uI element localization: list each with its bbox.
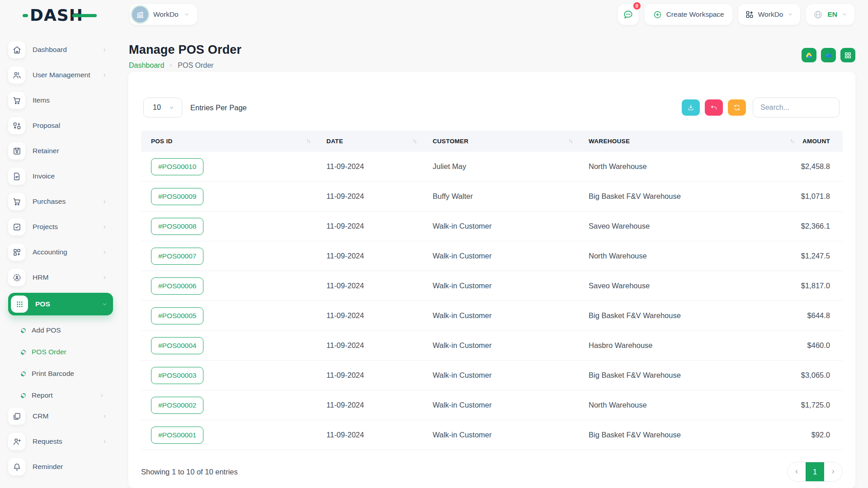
pos-id-link[interactable]: #POS00010 — [151, 158, 203, 175]
pagination-next-button[interactable] — [824, 462, 842, 481]
refresh-button[interactable] — [728, 99, 746, 116]
sidebar-item-hrm[interactable]: HRM — [8, 267, 113, 287]
pos-id-cell: #POS00005 — [141, 307, 316, 324]
workspace-menu-button[interactable]: WorkDo — [738, 4, 801, 25]
order-amount: $460.0 — [800, 341, 843, 350]
pagination-prev-button[interactable] — [788, 462, 806, 481]
pos-id-cell: #POS00007 — [141, 248, 316, 265]
sidebar-item-retainer[interactable]: Retainer — [8, 141, 113, 161]
chevron-right-icon — [102, 249, 108, 255]
sidebar-item-label: Invoice — [33, 172, 108, 180]
sidebar-item-label: POS — [35, 300, 102, 308]
order-amount: $92.0 — [800, 431, 843, 439]
order-date: 11-09-2024 — [316, 311, 423, 320]
pos-id-cell: #POS00004 — [141, 337, 316, 354]
pos-id-cell: #POS00003 — [141, 367, 316, 384]
workspace-switcher[interactable]: WorkDo — [130, 4, 197, 25]
sidebar-item-items[interactable]: Items — [8, 90, 113, 110]
sidebar-subitem-pos-order[interactable]: POS Order — [8, 341, 113, 363]
hrm-icon — [8, 269, 25, 286]
sidebar-subitem-add-pos[interactable]: Add POS — [8, 319, 113, 341]
pos-id-cell: #POS00008 — [141, 218, 316, 235]
customer-name: Walk-in Customer — [423, 401, 579, 409]
sidebar-subitem-label: Add POS — [32, 326, 106, 334]
breadcrumb-pos-order: POS Order — [178, 61, 213, 70]
sidebar-item-label: CRM — [33, 412, 102, 420]
column-header-amount[interactable]: AMOUNT — [800, 131, 843, 152]
pos-id-link[interactable]: #POS00004 — [151, 337, 203, 354]
sidebar-nav: DashboardUser ManagementItemsProposalRet… — [0, 29, 118, 488]
pos-id-link[interactable]: #POS00006 — [151, 277, 203, 295]
messages-button[interactable]: 0 — [618, 4, 639, 25]
bell-icon — [8, 458, 25, 475]
create-workspace-button[interactable]: Create Workspace — [645, 4, 732, 25]
sidebar-subitem-print-barcode[interactable]: Print Barcode — [8, 363, 113, 385]
pos-id-link[interactable]: #POS00003 — [151, 367, 203, 384]
chat-icon — [623, 9, 634, 20]
column-header-pos-id[interactable]: POS ID — [141, 131, 316, 152]
column-header-customer[interactable]: CUSTOMER — [423, 131, 579, 152]
sidebar-item-dashboard[interactable]: Dashboard — [8, 40, 113, 60]
sidebar-item-invoice[interactable]: Invoice — [8, 166, 113, 186]
column-label: DATE — [326, 138, 343, 145]
pos-id-cell: #POS00010 — [141, 158, 316, 175]
sidebar-item-user-management[interactable]: User Management — [8, 65, 113, 85]
warehouse-name: North Warehouse — [579, 401, 800, 409]
column-header-warehouse[interactable]: WAREHOUSE — [579, 131, 800, 152]
sidebar-subitem-report[interactable]: Report — [8, 385, 113, 406]
entries-per-page-value: 10 — [153, 103, 161, 112]
table-header-row: POS IDDATECUSTOMERWAREHOUSEAMOUNT — [141, 131, 843, 152]
sidebar-item-label: Reminder — [33, 463, 108, 471]
entries-per-page-select[interactable]: 10 — [143, 98, 182, 117]
sort-icon — [567, 138, 574, 145]
grid-button[interactable] — [840, 48, 855, 62]
language-menu-button[interactable]: EN — [806, 4, 854, 25]
chevron-right-icon — [102, 413, 108, 419]
onedrive-button[interactable] — [821, 48, 836, 62]
warehouse-name: Big Basket F&V Warehouse — [579, 371, 800, 380]
sidebar-item-projects[interactable]: Projects — [8, 217, 113, 237]
search-input[interactable] — [753, 98, 840, 117]
pos-id-link[interactable]: #POS00007 — [151, 248, 203, 265]
pos-id-link[interactable]: #POS00008 — [151, 218, 203, 235]
pos-order-card: 10 Entries Per Page POS IDDATECUSTOMERWA… — [128, 72, 855, 488]
sidebar-item-purchases[interactable]: Purchases — [8, 192, 113, 211]
refresh-icon — [733, 103, 741, 112]
download-button[interactable] — [682, 99, 700, 116]
customer-name: Walk-in Customer — [423, 282, 579, 290]
sidebar-item-crm[interactable]: CRM — [8, 406, 113, 426]
customer-name: Juliet May — [423, 162, 579, 171]
order-date: 11-09-2024 — [316, 282, 423, 290]
warehouse-name: Hasbro Warehouse — [579, 341, 800, 350]
google-drive-button[interactable] — [802, 48, 816, 62]
order-date: 11-09-2024 — [316, 431, 423, 439]
pos-id-link[interactable]: #POS00001 — [151, 427, 203, 444]
workspace-avatar — [132, 6, 148, 23]
table-row: #POS0000211-09-2024Walk-in CustomerNorth… — [141, 390, 843, 420]
order-date: 11-09-2024 — [316, 341, 423, 350]
sidebar-item-proposal[interactable]: Proposal — [8, 116, 113, 136]
users-icon — [8, 66, 25, 84]
undo-button[interactable] — [705, 99, 723, 116]
table-row: #POS0000511-09-2024Walk-in CustomerBig B… — [141, 301, 843, 331]
chevron-right-icon — [102, 439, 108, 445]
pagination: 1 — [787, 462, 843, 482]
pos-id-link[interactable]: #POS00005 — [151, 307, 203, 324]
warehouse-name: North Warehouse — [579, 252, 800, 260]
pos-id-link[interactable]: #POS00002 — [151, 397, 203, 414]
pagination-current-page[interactable]: 1 — [806, 462, 824, 481]
chevron-right-icon — [830, 469, 836, 475]
warehouse-name: North Warehouse — [579, 162, 800, 171]
pos-id-link[interactable]: #POS00009 — [151, 188, 203, 205]
invoice-icon — [8, 168, 25, 185]
sidebar-item-requests[interactable]: Requests — [8, 432, 113, 451]
undo-icon — [710, 103, 718, 112]
sort-icon — [789, 138, 796, 145]
download-icon — [687, 103, 695, 112]
bullet-icon — [21, 393, 26, 398]
column-header-date[interactable]: DATE — [316, 131, 423, 152]
sidebar-item-accounting[interactable]: Accounting — [8, 242, 113, 262]
sidebar-item-reminder[interactable]: Reminder — [8, 457, 113, 477]
sidebar-item-pos[interactable]: POS — [8, 293, 113, 315]
breadcrumb-dashboard[interactable]: Dashboard — [129, 61, 164, 70]
